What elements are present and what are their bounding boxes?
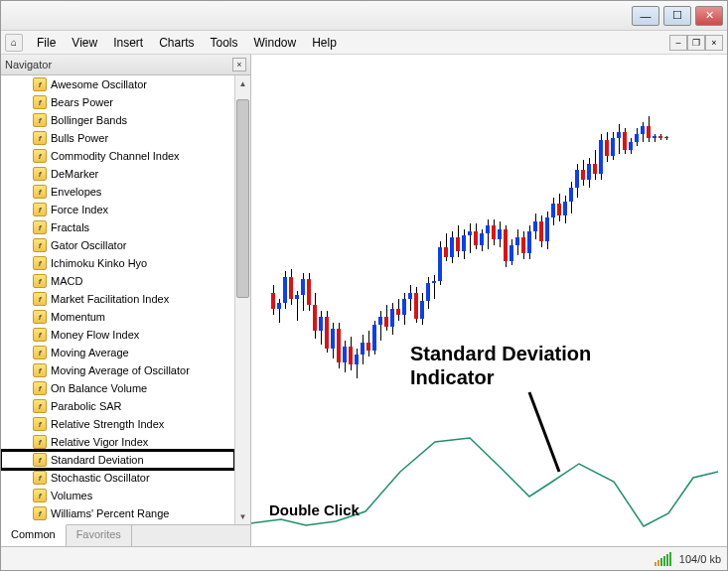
tree-item-envelopes[interactable]: fEnvelopes bbox=[1, 183, 234, 201]
tree-item-label: Stochastic Oscillator bbox=[51, 472, 150, 484]
indicator-icon: f bbox=[33, 95, 47, 109]
scroll-up-arrow[interactable]: ▲ bbox=[235, 75, 250, 91]
tree-item-bears-power[interactable]: fBears Power bbox=[1, 93, 234, 111]
indicator-icon: f bbox=[33, 274, 47, 288]
tree-item-label: On Balance Volume bbox=[51, 382, 147, 394]
tree-item-demarker[interactable]: fDeMarker bbox=[1, 165, 234, 183]
tree-item-fractals[interactable]: fFractals bbox=[1, 218, 234, 236]
tree-item-label: Force Index bbox=[51, 204, 108, 215]
tree-item-label: DeMarker bbox=[51, 168, 98, 180]
menu-view[interactable]: View bbox=[64, 34, 105, 52]
menu-insert[interactable]: Insert bbox=[105, 34, 151, 52]
menu-window[interactable]: Window bbox=[246, 34, 305, 52]
indicator-icon: f bbox=[33, 220, 47, 234]
tree-item-bollinger-bands[interactable]: fBollinger Bands bbox=[1, 111, 234, 129]
menubar: ⌂ FileViewInsertChartsToolsWindowHelp – … bbox=[1, 31, 727, 55]
tab-common[interactable]: Common bbox=[1, 524, 67, 546]
indicator-icon: f bbox=[33, 328, 47, 342]
tree-item-label: Moving Average bbox=[51, 347, 129, 358]
tree-item-ichimoku-kinko-hyo[interactable]: fIchimoku Kinko Hyo bbox=[1, 254, 234, 272]
scroll-down-arrow[interactable]: ▼ bbox=[235, 508, 250, 524]
tree-item-label: Bears Power bbox=[51, 96, 113, 108]
menu-help[interactable]: Help bbox=[304, 34, 345, 52]
tree-item-label: Bulls Power bbox=[51, 132, 108, 144]
window-maximize-button[interactable]: ☐ bbox=[663, 6, 691, 26]
navigator-panel: Navigator × fAwesome OscillatorfBears Po… bbox=[1, 55, 251, 546]
tree-item-gator-oscillator[interactable]: fGator Oscillator bbox=[1, 236, 234, 254]
window-titlebar[interactable]: — ☐ ✕ bbox=[1, 1, 727, 31]
indicator-icon: f bbox=[33, 310, 47, 324]
annotation-double-click: Double Click bbox=[269, 501, 360, 518]
tree-item-commodity-channel-index[interactable]: fCommodity Channel Index bbox=[1, 147, 234, 165]
annotation-title-line2: Indicator bbox=[410, 366, 494, 389]
chart-area[interactable]: Standard Deviation Indicator Double Clic… bbox=[251, 55, 727, 546]
tree-item-label: Moving Average of Oscillator bbox=[51, 364, 190, 376]
tree-item-stochastic-oscillator[interactable]: fStochastic Oscillator bbox=[1, 469, 234, 487]
tree-item-bulls-power[interactable]: fBulls Power bbox=[1, 129, 234, 147]
tree-item-label: Gator Oscillator bbox=[51, 239, 126, 251]
indicator-icon: f bbox=[33, 417, 47, 431]
navigator-title: Navigator bbox=[5, 59, 52, 71]
app-window: — ☐ ✕ ⌂ FileViewInsertChartsToolsWindowH… bbox=[0, 0, 728, 571]
indicator-icon: f bbox=[33, 113, 47, 127]
window-close-button[interactable]: ✕ bbox=[695, 6, 723, 26]
mdi-minimize-button[interactable]: – bbox=[669, 35, 687, 51]
tab-favorites[interactable]: Favorites bbox=[67, 525, 132, 546]
indicator-icon: f bbox=[33, 185, 47, 199]
navigator-scrollbar[interactable]: ▲ ▼ bbox=[234, 75, 250, 524]
indicator-icon: f bbox=[33, 131, 47, 145]
indicator-icon: f bbox=[33, 506, 47, 520]
tree-item-volumes[interactable]: fVolumes bbox=[1, 487, 234, 504]
tree-item-label: Market Facilitation Index bbox=[51, 293, 169, 305]
navigator-tree: fAwesome OscillatorfBears PowerfBollinge… bbox=[1, 75, 250, 524]
indicator-icon: f bbox=[33, 203, 47, 216]
scroll-thumb[interactable] bbox=[236, 99, 249, 298]
indicator-icon: f bbox=[33, 435, 47, 449]
navigator-header[interactable]: Navigator × bbox=[1, 55, 250, 75]
indicator-icon: f bbox=[33, 453, 47, 467]
indicator-icon: f bbox=[33, 238, 47, 252]
menu-file[interactable]: File bbox=[29, 34, 64, 52]
indicator-icon: f bbox=[33, 346, 47, 359]
indicator-icon: f bbox=[33, 363, 47, 377]
tree-item-label: MACD bbox=[51, 275, 82, 287]
indicator-icon: f bbox=[33, 167, 47, 181]
tree-item-awesome-oscillator[interactable]: fAwesome Oscillator bbox=[1, 75, 234, 93]
tree-item-momentum[interactable]: fMomentum bbox=[1, 308, 234, 326]
tree-item-williams-percent-range[interactable]: fWilliams' Percent Range bbox=[1, 504, 234, 522]
navigator-tabs: Common Favorites bbox=[1, 524, 250, 546]
tree-item-label: Williams' Percent Range bbox=[51, 507, 169, 519]
navigator-close-button[interactable]: × bbox=[232, 58, 246, 71]
tree-item-macd[interactable]: fMACD bbox=[1, 272, 234, 290]
mdi-close-button[interactable]: × bbox=[705, 35, 723, 51]
indicator-icon: f bbox=[33, 489, 47, 502]
tree-item-parabolic-sar[interactable]: fParabolic SAR bbox=[1, 397, 234, 415]
tree-item-moving-average[interactable]: fMoving Average bbox=[1, 344, 234, 361]
indicator-line bbox=[251, 55, 727, 546]
tree-item-label: Envelopes bbox=[51, 186, 101, 198]
tree-item-label: Volumes bbox=[51, 490, 92, 501]
indicator-icon: f bbox=[33, 381, 47, 395]
tree-item-label: Relative Strength Index bbox=[51, 418, 164, 430]
tree-item-label: Ichimoku Kinko Hyo bbox=[51, 257, 147, 269]
mdi-restore-button[interactable]: ❐ bbox=[687, 35, 705, 51]
app-icon: ⌂ bbox=[5, 34, 23, 52]
window-minimize-button[interactable]: — bbox=[632, 6, 659, 26]
tree-item-relative-strength-index[interactable]: fRelative Strength Index bbox=[1, 415, 234, 433]
tree-item-market-facilitation-index[interactable]: fMarket Facilitation Index bbox=[1, 290, 234, 308]
indicator-icon: f bbox=[33, 471, 47, 485]
main-body: Navigator × fAwesome OscillatorfBears Po… bbox=[1, 55, 727, 546]
indicator-icon: f bbox=[33, 149, 47, 163]
tree-item-money-flow-index[interactable]: fMoney Flow Index bbox=[1, 326, 234, 344]
tree-item-standard-deviation[interactable]: fStandard Deviation bbox=[1, 451, 234, 469]
tree-item-label: Relative Vigor Index bbox=[51, 436, 148, 448]
tree-item-moving-average-of-oscillator[interactable]: fMoving Average of Oscillator bbox=[1, 361, 234, 379]
tree-item-relative-vigor-index[interactable]: fRelative Vigor Index bbox=[1, 433, 234, 451]
menu-tools[interactable]: Tools bbox=[203, 34, 246, 52]
tree-item-label: Bollinger Bands bbox=[51, 114, 127, 126]
connection-bars-icon bbox=[655, 552, 671, 566]
tree-item-on-balance-volume[interactable]: fOn Balance Volume bbox=[1, 379, 234, 397]
tree-item-label: Standard Deviation bbox=[51, 454, 144, 466]
menu-charts[interactable]: Charts bbox=[151, 34, 202, 52]
tree-item-force-index[interactable]: fForce Index bbox=[1, 201, 234, 218]
